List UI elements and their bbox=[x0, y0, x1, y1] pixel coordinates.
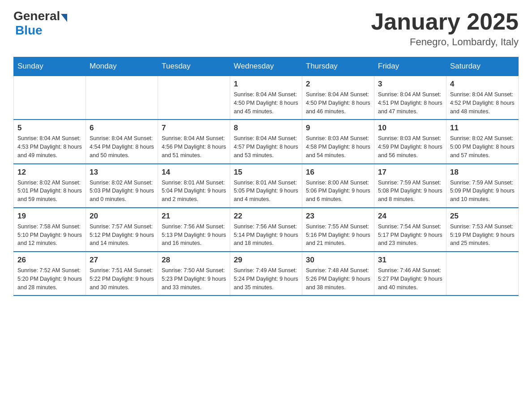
day-number: 20 bbox=[90, 212, 154, 221]
day-number: 17 bbox=[378, 168, 442, 177]
day-info: Sunrise: 7:56 AM Sunset: 5:14 PM Dayligh… bbox=[234, 223, 298, 248]
day-number: 31 bbox=[378, 256, 442, 265]
day-info: Sunrise: 7:55 AM Sunset: 5:16 PM Dayligh… bbox=[306, 223, 370, 248]
calendar-cell: 18Sunrise: 7:59 AM Sunset: 5:09 PM Dayli… bbox=[446, 164, 519, 208]
day-number: 13 bbox=[90, 168, 154, 177]
calendar-cell: 2Sunrise: 8:04 AM Sunset: 4:50 PM Daylig… bbox=[302, 76, 374, 120]
day-number: 25 bbox=[450, 212, 515, 221]
day-info: Sunrise: 8:04 AM Sunset: 4:51 PM Dayligh… bbox=[378, 90, 442, 116]
day-info: Sunrise: 8:02 AM Sunset: 5:01 PM Dayligh… bbox=[17, 179, 82, 204]
calendar-cell: 23Sunrise: 7:55 AM Sunset: 5:16 PM Dayli… bbox=[302, 208, 374, 252]
logo-general-text: General bbox=[13, 9, 60, 23]
day-number: 3 bbox=[378, 80, 442, 89]
logo: General Blue bbox=[13, 9, 68, 38]
day-number: 12 bbox=[17, 168, 82, 177]
day-info: Sunrise: 8:01 AM Sunset: 5:04 PM Dayligh… bbox=[162, 179, 226, 204]
day-info: Sunrise: 8:04 AM Sunset: 4:53 PM Dayligh… bbox=[17, 134, 82, 159]
day-number: 16 bbox=[306, 168, 370, 177]
calendar-cell: 28Sunrise: 7:50 AM Sunset: 5:23 PM Dayli… bbox=[158, 252, 230, 295]
day-info: Sunrise: 7:59 AM Sunset: 5:08 PM Dayligh… bbox=[378, 179, 442, 204]
calendar-cell bbox=[446, 252, 519, 295]
calendar-cell: 12Sunrise: 8:02 AM Sunset: 5:01 PM Dayli… bbox=[14, 164, 86, 208]
calendar-cell: 4Sunrise: 8:04 AM Sunset: 4:52 PM Daylig… bbox=[446, 76, 519, 120]
calendar-cell: 19Sunrise: 7:58 AM Sunset: 5:10 PM Dayli… bbox=[14, 208, 86, 252]
day-number: 22 bbox=[234, 212, 298, 221]
day-of-week-header: Monday bbox=[86, 57, 158, 76]
calendar-week-row: 26Sunrise: 7:52 AM Sunset: 5:20 PM Dayli… bbox=[14, 252, 519, 295]
day-info: Sunrise: 7:59 AM Sunset: 5:09 PM Dayligh… bbox=[450, 179, 515, 204]
day-info: Sunrise: 7:51 AM Sunset: 5:22 PM Dayligh… bbox=[90, 266, 154, 291]
calendar-cell: 25Sunrise: 7:53 AM Sunset: 5:19 PM Dayli… bbox=[446, 208, 519, 252]
calendar-cell: 31Sunrise: 7:46 AM Sunset: 5:27 PM Dayli… bbox=[374, 252, 446, 295]
calendar-cell: 1Sunrise: 8:04 AM Sunset: 4:50 PM Daylig… bbox=[230, 76, 302, 120]
day-of-week-header: Saturday bbox=[446, 57, 519, 76]
day-info: Sunrise: 8:04 AM Sunset: 4:54 PM Dayligh… bbox=[90, 134, 154, 159]
calendar-week-row: 5Sunrise: 8:04 AM Sunset: 4:53 PM Daylig… bbox=[14, 120, 519, 163]
calendar-cell bbox=[86, 76, 158, 120]
calendar-header-row: SundayMondayTuesdayWednesdayThursdayFrid… bbox=[14, 57, 519, 76]
day-of-week-header: Sunday bbox=[14, 57, 86, 76]
calendar-cell: 26Sunrise: 7:52 AM Sunset: 5:20 PM Dayli… bbox=[14, 252, 86, 295]
day-of-week-header: Friday bbox=[374, 57, 446, 76]
day-number: 19 bbox=[17, 212, 82, 221]
calendar-cell: 27Sunrise: 7:51 AM Sunset: 5:22 PM Dayli… bbox=[86, 252, 158, 295]
calendar-week-row: 12Sunrise: 8:02 AM Sunset: 5:01 PM Dayli… bbox=[14, 164, 519, 208]
logo-arrow-icon bbox=[61, 14, 67, 22]
calendar-week-row: 19Sunrise: 7:58 AM Sunset: 5:10 PM Dayli… bbox=[14, 208, 519, 252]
calendar-cell: 7Sunrise: 8:04 AM Sunset: 4:56 PM Daylig… bbox=[158, 120, 230, 163]
day-number: 27 bbox=[90, 256, 154, 265]
day-info: Sunrise: 7:46 AM Sunset: 5:27 PM Dayligh… bbox=[378, 266, 442, 291]
day-number: 29 bbox=[234, 256, 298, 265]
day-info: Sunrise: 7:56 AM Sunset: 5:13 PM Dayligh… bbox=[162, 223, 226, 248]
day-of-week-header: Thursday bbox=[302, 57, 374, 76]
calendar-cell: 11Sunrise: 8:02 AM Sunset: 5:00 PM Dayli… bbox=[446, 120, 519, 163]
day-info: Sunrise: 8:04 AM Sunset: 4:57 PM Dayligh… bbox=[234, 134, 298, 159]
calendar-cell bbox=[158, 76, 230, 120]
day-info: Sunrise: 7:48 AM Sunset: 5:26 PM Dayligh… bbox=[306, 266, 370, 291]
calendar-cell: 29Sunrise: 7:49 AM Sunset: 5:24 PM Dayli… bbox=[230, 252, 302, 295]
calendar-table: SundayMondayTuesdayWednesdayThursdayFrid… bbox=[13, 57, 519, 296]
day-info: Sunrise: 8:04 AM Sunset: 4:50 PM Dayligh… bbox=[234, 90, 298, 116]
day-info: Sunrise: 8:04 AM Sunset: 4:56 PM Dayligh… bbox=[162, 134, 226, 159]
day-number: 1 bbox=[234, 80, 298, 89]
day-info: Sunrise: 7:50 AM Sunset: 5:23 PM Dayligh… bbox=[162, 266, 226, 291]
day-number: 9 bbox=[306, 124, 370, 133]
day-info: Sunrise: 8:03 AM Sunset: 4:59 PM Dayligh… bbox=[378, 134, 442, 159]
day-info: Sunrise: 8:04 AM Sunset: 4:50 PM Dayligh… bbox=[306, 90, 370, 116]
logo-blue-text: Blue bbox=[15, 23, 43, 38]
day-number: 11 bbox=[450, 124, 515, 133]
calendar-cell: 14Sunrise: 8:01 AM Sunset: 5:04 PM Dayli… bbox=[158, 164, 230, 208]
day-info: Sunrise: 8:01 AM Sunset: 5:05 PM Dayligh… bbox=[234, 179, 298, 204]
day-number: 14 bbox=[162, 168, 226, 177]
calendar-cell: 10Sunrise: 8:03 AM Sunset: 4:59 PM Dayli… bbox=[374, 120, 446, 163]
day-of-week-header: Tuesday bbox=[158, 57, 230, 76]
day-number: 6 bbox=[90, 124, 154, 133]
day-number: 24 bbox=[378, 212, 442, 221]
location-text: Fenegro, Lombardy, Italy bbox=[371, 36, 519, 48]
calendar-cell: 3Sunrise: 8:04 AM Sunset: 4:51 PM Daylig… bbox=[374, 76, 446, 120]
calendar-cell: 24Sunrise: 7:54 AM Sunset: 5:17 PM Dayli… bbox=[374, 208, 446, 252]
day-info: Sunrise: 7:58 AM Sunset: 5:10 PM Dayligh… bbox=[17, 223, 82, 248]
day-info: Sunrise: 7:57 AM Sunset: 5:12 PM Dayligh… bbox=[90, 223, 154, 248]
day-number: 18 bbox=[450, 168, 515, 177]
calendar-cell: 30Sunrise: 7:48 AM Sunset: 5:26 PM Dayli… bbox=[302, 252, 374, 295]
day-of-week-header: Wednesday bbox=[230, 57, 302, 76]
day-number: 10 bbox=[378, 124, 442, 133]
day-info: Sunrise: 8:02 AM Sunset: 5:00 PM Dayligh… bbox=[450, 134, 515, 159]
calendar-cell: 21Sunrise: 7:56 AM Sunset: 5:13 PM Dayli… bbox=[158, 208, 230, 252]
calendar-cell: 8Sunrise: 8:04 AM Sunset: 4:57 PM Daylig… bbox=[230, 120, 302, 163]
day-number: 30 bbox=[306, 256, 370, 265]
calendar-cell: 22Sunrise: 7:56 AM Sunset: 5:14 PM Dayli… bbox=[230, 208, 302, 252]
title-area: January 2025 Fenegro, Lombardy, Italy bbox=[371, 9, 519, 48]
calendar-week-row: 1Sunrise: 8:04 AM Sunset: 4:50 PM Daylig… bbox=[14, 76, 519, 120]
day-number: 4 bbox=[450, 80, 515, 89]
day-number: 8 bbox=[234, 124, 298, 133]
day-number: 7 bbox=[162, 124, 226, 133]
day-info: Sunrise: 8:00 AM Sunset: 5:06 PM Dayligh… bbox=[306, 179, 370, 204]
day-info: Sunrise: 8:03 AM Sunset: 4:58 PM Dayligh… bbox=[306, 134, 370, 159]
day-info: Sunrise: 8:04 AM Sunset: 4:52 PM Dayligh… bbox=[450, 90, 515, 116]
calendar-cell: 5Sunrise: 8:04 AM Sunset: 4:53 PM Daylig… bbox=[14, 120, 86, 163]
day-number: 5 bbox=[17, 124, 82, 133]
calendar-cell: 13Sunrise: 8:02 AM Sunset: 5:03 PM Dayli… bbox=[86, 164, 158, 208]
calendar-cell: 16Sunrise: 8:00 AM Sunset: 5:06 PM Dayli… bbox=[302, 164, 374, 208]
